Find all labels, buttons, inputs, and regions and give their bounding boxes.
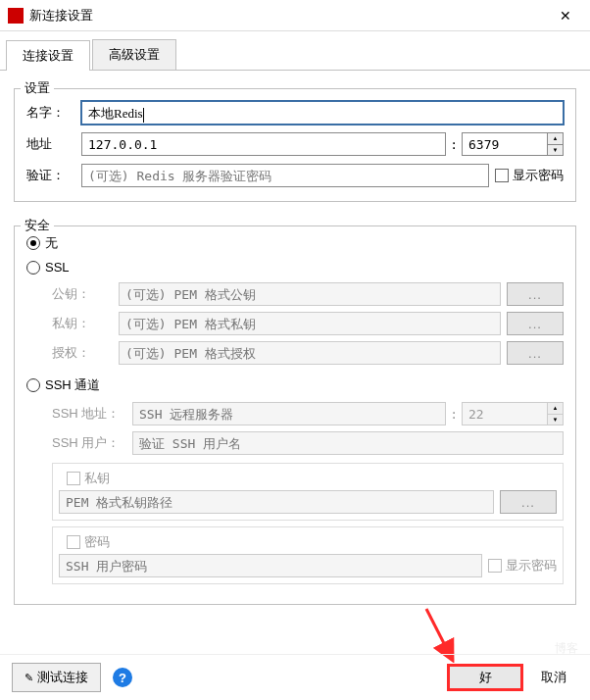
security-group: 安全 无 SSL 公钥： ... 私钥： ... 授权： ... SSH 通道 … [14, 225, 576, 605]
tab-advanced[interactable]: 高级设置 [92, 39, 176, 70]
ssh-addr-label: SSH 地址： [52, 405, 132, 423]
tab-bar: 连接设置 高级设置 [0, 31, 590, 71]
ok-button[interactable]: 好 [447, 664, 523, 691]
name-input[interactable]: 本地Redis [81, 101, 564, 125]
checkbox-icon [495, 169, 509, 182]
auth-input[interactable] [81, 164, 489, 187]
app-icon [8, 8, 24, 24]
ssh-addr-input [132, 402, 446, 425]
ssh-user-input [132, 431, 564, 455]
ssh-port-separator: : [450, 407, 458, 422]
radio-ssh[interactable]: SSH 通道 [26, 376, 100, 394]
pubkey-browse-button: ... [507, 282, 564, 306]
ssh-password-box: 密码 显示密码 [52, 526, 564, 584]
port-spinner[interactable]: ▲▼ [548, 132, 564, 156]
pubkey-input [119, 282, 501, 306]
privkey-browse-button: ... [507, 312, 564, 335]
ssh-port-spinner: ▲▼ [548, 402, 564, 425]
wand-icon: ✎ [25, 672, 33, 684]
dialog-content: 设置 名字： 本地Redis 地址 : ▲▼ 验证： 显示密码 [0, 71, 590, 638]
ssh-privkey-input [59, 490, 494, 514]
radio-none[interactable]: 无 [26, 234, 58, 252]
help-button[interactable]: ? [113, 668, 132, 687]
ssh-privkey-browse-button: ... [500, 490, 557, 514]
privkey-input [119, 312, 501, 335]
ca-browse-button: ... [507, 341, 564, 365]
settings-group: 设置 名字： 本地Redis 地址 : ▲▼ 验证： 显示密码 [14, 88, 576, 202]
ssh-port-input [462, 402, 548, 425]
ssh-show-password-checkbox: 显示密码 [488, 557, 557, 575]
address-label: 地址 [26, 135, 81, 153]
address-input[interactable] [81, 132, 446, 156]
show-password-checkbox[interactable]: 显示密码 [495, 167, 564, 184]
test-connection-button[interactable]: ✎测试连接 [12, 663, 101, 692]
name-label: 名字： [26, 104, 81, 122]
ssh-user-label: SSH 用户： [52, 434, 132, 452]
port-input[interactable] [462, 132, 548, 156]
ssh-privkey-checkbox: 私钥 [67, 470, 110, 487]
cancel-button[interactable]: 取消 [529, 664, 578, 691]
privkey-label: 私钥： [52, 315, 119, 332]
close-button[interactable]: ✕ [545, 2, 586, 29]
window-title: 新连接设置 [29, 7, 545, 25]
dialog-footer: ✎测试连接 ? 好 取消 [0, 654, 590, 700]
ssh-password-checkbox: 密码 [67, 533, 110, 551]
security-legend: 安全 [21, 217, 54, 234]
ssh-password-input [59, 554, 482, 577]
pubkey-label: 公钥： [52, 285, 119, 303]
port-separator: : [450, 137, 458, 152]
tab-connection[interactable]: 连接设置 [6, 40, 90, 71]
auth-label: 验证： [26, 167, 81, 184]
radio-ssl[interactable]: SSL [26, 260, 70, 275]
ssh-privkey-box: 私钥 ... [52, 463, 564, 521]
ca-label: 授权： [52, 344, 119, 362]
ca-input [119, 341, 501, 365]
settings-legend: 设置 [21, 79, 54, 97]
title-bar: 新连接设置 ✕ [0, 0, 590, 31]
